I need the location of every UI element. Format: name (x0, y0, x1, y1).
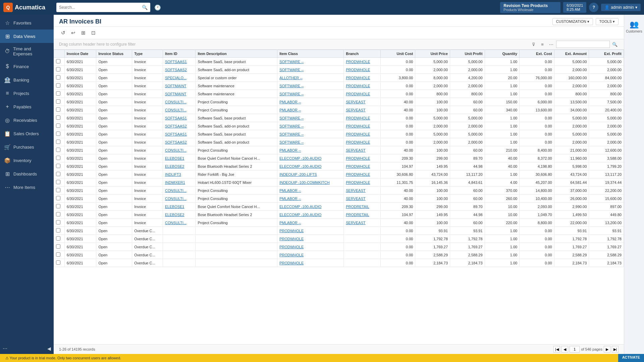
item-class-link[interactable]: PMLABOR -- (279, 197, 301, 201)
sidebar-item-data-views[interactable]: ⊞ Data Views (0, 30, 54, 43)
row-branch[interactable]: PRODWHOLE (344, 154, 381, 162)
item-class-link[interactable]: PRODWHOLE (279, 261, 304, 265)
sidebar-item-purchases[interactable]: 🛒 Purchases (0, 140, 54, 154)
branch-link[interactable]: PRODWHOLE (346, 164, 370, 168)
item-class-link[interactable]: PRODWHOLE (279, 229, 304, 233)
row-checkbox[interactable] (56, 252, 60, 257)
row-item-id[interactable]: ELEBOSE2 (163, 162, 196, 170)
branch-link[interactable]: PRODWHOLE (346, 132, 370, 136)
item-id-link[interactable]: CONSULTI... (165, 197, 186, 201)
sidebar-item-banking[interactable]: 🏦 Banking (0, 73, 54, 87)
row-item-id[interactable]: SOFTSAAS1 (163, 114, 196, 122)
row-checkbox[interactable] (56, 228, 60, 232)
row-item-class[interactable]: INDEQUIP -100-COMMKITCH (277, 178, 344, 187)
item-id-link[interactable]: CONSULTI... (165, 108, 186, 112)
row-checkbox[interactable] (56, 244, 60, 249)
row-branch[interactable]: SERVEAST (344, 146, 381, 154)
row-item-class[interactable]: PRODWHOLE (277, 235, 344, 243)
item-class-link[interactable]: INDEQUIP -200-LIFTS (279, 172, 317, 176)
col-header-ext-amount[interactable]: Ext. Amount (554, 50, 589, 58)
item-class-link[interactable]: SOFTWARE -- (279, 84, 304, 88)
row-branch[interactable]: PRODWHOLE (344, 58, 381, 66)
row-checkbox[interactable] (56, 172, 60, 176)
sidebar-item-more-items[interactable]: ⋯ More Items (0, 180, 54, 194)
item-class-link[interactable]: SOFTWARE -- (279, 124, 304, 128)
row-item-class[interactable]: PRODWHOLE (277, 259, 344, 267)
sidebar-item-sales-orders[interactable]: 📋 Sales Orders (0, 127, 54, 140)
item-id-link[interactable]: SOFTSAAS1 (165, 132, 187, 136)
item-id-link[interactable]: SOFTSAAS2 (165, 140, 187, 144)
row-item-id[interactable]: CONSULTI... (163, 106, 196, 114)
item-class-link[interactable]: ELECCOMP -100-AUDIO (279, 156, 321, 160)
row-checkbox[interactable] (56, 164, 60, 168)
row-item-class[interactable]: ELECCOMP -100-AUDIO (277, 211, 344, 219)
branch-link[interactable]: PRODWHOLE (346, 172, 370, 176)
row-checkbox[interactable] (56, 83, 60, 88)
item-id-link[interactable]: ELEBOSE1 (165, 156, 184, 160)
row-checkbox[interactable] (56, 204, 60, 208)
item-class-link[interactable]: SOFTWARE -- (279, 68, 304, 72)
sidebar-item-finance[interactable]: $ Finance (0, 60, 54, 73)
user-button[interactable]: 👤 admin admin ▾ (601, 4, 641, 11)
branch-link[interactable]: PRODWHOLE (346, 156, 370, 160)
refresh-button[interactable]: ↺ (59, 29, 67, 37)
row-item-id[interactable]: SOFTSAAS2 (163, 66, 196, 74)
row-item-id[interactable]: CONSULTI... (163, 187, 196, 195)
col-header-item-desc[interactable]: Item Description (196, 50, 277, 58)
item-id-link[interactable]: SOFTSAAS2 (165, 68, 187, 72)
item-class-link[interactable]: PRODWHOLE (279, 253, 304, 257)
row-checkbox[interactable] (56, 260, 60, 265)
item-class-link[interactable]: ELECCOMP -100-AUDIO (279, 213, 321, 217)
row-branch[interactable]: PRODRETAIL (344, 211, 381, 219)
item-id-link[interactable]: CONSULTI... (165, 189, 186, 193)
col-header-unit-cost[interactable]: Unit Cost (380, 50, 415, 58)
item-class-link[interactable]: PMLABOR -- (279, 189, 301, 193)
branch-link[interactable]: SERVEAST (346, 100, 366, 104)
row-item-class[interactable]: PMLABOR -- (277, 146, 344, 154)
row-item-id[interactable]: CONSULTI... (163, 219, 196, 227)
page-prev-button[interactable]: ◀ (561, 346, 568, 353)
row-item-class[interactable]: PMLABOR -- (277, 98, 344, 106)
export-button[interactable]: ⊡ (89, 29, 97, 37)
row-checkbox[interactable] (56, 236, 60, 241)
row-branch[interactable]: SERVEAST (344, 219, 381, 227)
row-checkbox[interactable] (56, 212, 60, 216)
row-checkbox[interactable] (56, 196, 60, 200)
branch-link[interactable]: PRODRETAIL (346, 213, 369, 217)
row-item-class[interactable]: ELECCOMP -100-AUDIO (277, 162, 344, 170)
row-branch[interactable]: PRODWHOLE (344, 170, 381, 178)
row-checkbox[interactable] (56, 91, 60, 96)
row-item-id[interactable]: CONSULTI... (163, 98, 196, 106)
row-branch[interactable]: SERVEAST (344, 195, 381, 203)
page-next-button[interactable]: ▶ (604, 346, 610, 353)
filter-search-icon[interactable]: 🔍 (611, 41, 619, 48)
sidebar-item-dashboards[interactable]: ⊞ Dashboards (0, 167, 54, 180)
row-item-class[interactable]: INDEQUIP -200-LIFTS (277, 170, 344, 178)
col-header-ext-profit[interactable]: Ext. Profit (589, 50, 624, 58)
item-class-link[interactable]: SOFTWARE -- (279, 60, 304, 64)
row-branch[interactable]: PRODWHOLE (344, 74, 381, 82)
col-header-invoice-status[interactable]: Invoice Status (96, 50, 132, 58)
row-branch[interactable]: SERVEAST (344, 98, 381, 106)
page-first-button[interactable]: |◀ (553, 346, 560, 353)
undo-button[interactable]: ↩ (69, 29, 77, 37)
row-branch[interactable]: PRODWHOLE (344, 122, 381, 130)
branch-link[interactable]: PRODRETAIL (346, 205, 369, 209)
item-class-link[interactable]: PMLABOR -- (279, 221, 301, 225)
row-checkbox[interactable] (56, 148, 60, 152)
row-item-class[interactable]: PRODWHOLE (277, 243, 344, 251)
branch-link[interactable]: SERVEAST (346, 148, 366, 152)
row-item-id[interactable]: INDMIXER1 (163, 178, 196, 187)
item-id-link[interactable]: ELEBOSE2 (165, 164, 184, 168)
row-item-class[interactable]: PMLABOR -- (277, 187, 344, 195)
row-item-class[interactable]: ALLOTHER -- (277, 74, 344, 82)
col-header-type[interactable]: Type (132, 50, 163, 58)
row-item-class[interactable]: PRODWHOLE (277, 251, 344, 259)
sidebar-collapse-button[interactable]: ◀ (47, 346, 51, 351)
sidebar-more-button[interactable]: ⋯ (3, 346, 7, 351)
item-class-link[interactable]: INDEQUIP -100-COMMKITCH (279, 180, 330, 185)
item-id-link[interactable]: SOFTMAINT (165, 92, 186, 96)
row-checkbox[interactable] (56, 140, 60, 144)
search-bar[interactable]: 🔍 (56, 3, 150, 12)
columns-button[interactable]: ⊞ (79, 29, 87, 37)
